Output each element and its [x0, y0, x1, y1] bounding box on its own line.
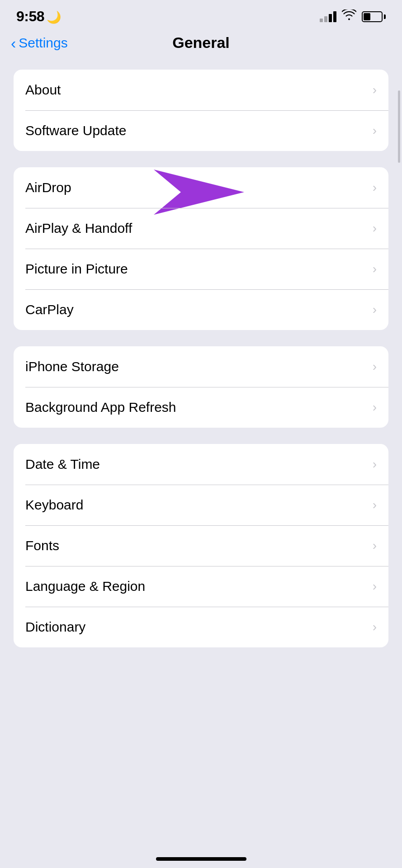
section-2: AirDrop › AirPlay & Handoff › Picture in… [14, 167, 388, 330]
status-icons [320, 9, 386, 24]
picture-in-picture-label: Picture in Picture [25, 261, 128, 277]
chevron-right-icon: › [373, 180, 377, 195]
settings-item-iphone-storage[interactable]: iPhone Storage › [14, 346, 388, 387]
chevron-right-icon: › [373, 498, 377, 512]
airdrop-label: AirDrop [25, 180, 71, 195]
date-time-label: Date & Time [25, 457, 100, 472]
back-chevron-icon: ‹ [11, 35, 16, 51]
settings-item-airdrop[interactable]: AirDrop › [14, 167, 388, 208]
chevron-right-icon: › [373, 221, 377, 236]
chevron-right-icon: › [373, 262, 377, 276]
about-label: About [25, 82, 61, 98]
background-app-refresh-label: Background App Refresh [25, 400, 176, 415]
settings-item-background-app-refresh[interactable]: Background App Refresh › [14, 387, 388, 428]
settings-item-about[interactable]: About › [14, 70, 388, 110]
chevron-right-icon: › [373, 359, 377, 374]
chevron-right-icon: › [373, 302, 377, 317]
settings-item-language-region[interactable]: Language & Region › [14, 566, 388, 607]
section-1: About › Software Update › [14, 70, 388, 151]
wifi-icon [342, 9, 356, 24]
settings-item-carplay[interactable]: CarPlay › [14, 289, 388, 330]
settings-item-airplay-handoff[interactable]: AirPlay & Handoff › [14, 208, 388, 249]
software-update-label: Software Update [25, 123, 126, 138]
page-title: General [172, 34, 230, 52]
chevron-right-icon: › [373, 400, 377, 415]
settings-item-date-time[interactable]: Date & Time › [14, 444, 388, 485]
moon-icon: 🌙 [47, 10, 61, 24]
home-indicator [156, 857, 246, 861]
language-region-label: Language & Region [25, 579, 145, 594]
settings-item-keyboard[interactable]: Keyboard › [14, 485, 388, 525]
settings-item-picture-in-picture[interactable]: Picture in Picture › [14, 249, 388, 289]
battery-icon [362, 11, 386, 22]
chevron-right-icon: › [373, 579, 377, 594]
dictionary-label: Dictionary [25, 619, 85, 635]
chevron-right-icon: › [373, 457, 377, 472]
back-button[interactable]: ‹ Settings [11, 35, 68, 51]
chevron-right-icon: › [373, 123, 377, 138]
chevron-right-icon: › [373, 83, 377, 97]
chevron-right-icon: › [373, 620, 377, 634]
content-area: About › Software Update › AirDrop › AirP… [0, 61, 402, 656]
carplay-label: CarPlay [25, 302, 74, 317]
iphone-storage-label: iPhone Storage [25, 359, 119, 374]
section-4: Date & Time › Keyboard › Fonts › Languag… [14, 444, 388, 647]
chevron-right-icon: › [373, 538, 377, 553]
back-label: Settings [19, 35, 67, 51]
status-time-area: 9:58 🌙 [16, 8, 61, 25]
fonts-label: Fonts [25, 538, 59, 553]
scrollbar[interactable] [398, 90, 400, 163]
signal-icon [320, 11, 336, 22]
settings-item-fonts[interactable]: Fonts › [14, 525, 388, 566]
airplay-handoff-label: AirPlay & Handoff [25, 221, 132, 236]
settings-item-software-update[interactable]: Software Update › [14, 110, 388, 151]
status-bar: 9:58 🌙 [0, 0, 402, 29]
settings-item-dictionary[interactable]: Dictionary › [14, 607, 388, 647]
section-3: iPhone Storage › Background App Refresh … [14, 346, 388, 428]
keyboard-label: Keyboard [25, 497, 83, 513]
nav-header: ‹ Settings General [0, 29, 402, 61]
status-time: 9:58 [16, 8, 44, 24]
